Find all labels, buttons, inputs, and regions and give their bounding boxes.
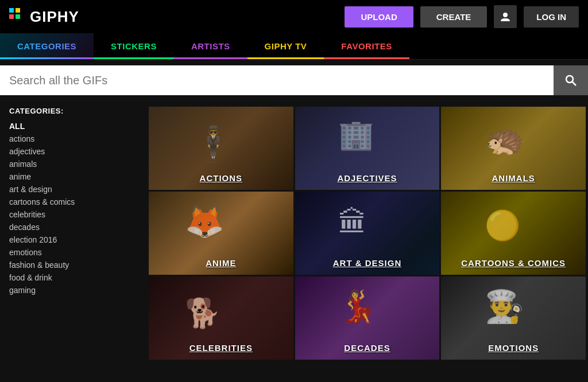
sidebar-item-election-2016[interactable]: election 2016 bbox=[9, 233, 137, 246]
tab-artists[interactable]: ARTISTS bbox=[174, 33, 247, 59]
grid-label-anime: ANIME bbox=[206, 258, 236, 268]
grid-item-decades[interactable]: DECADES bbox=[295, 276, 440, 360]
logo-icon bbox=[9, 8, 26, 25]
svg-point-5 bbox=[566, 76, 573, 83]
grid-item-emotions[interactable]: EMOTIONS bbox=[441, 276, 586, 360]
grid-item-celebrities[interactable]: CELEBRITIES bbox=[149, 276, 293, 360]
login-button[interactable]: LOG IN bbox=[524, 6, 579, 28]
logo-area: GIPHY bbox=[9, 8, 79, 26]
svg-rect-1 bbox=[16, 8, 20, 13]
grid-label-actions: ACTIONS bbox=[200, 173, 243, 183]
tab-stickers[interactable]: STICKERS bbox=[94, 33, 174, 59]
grid-item-anime[interactable]: ANIME bbox=[149, 192, 293, 275]
search-input[interactable] bbox=[0, 65, 554, 95]
grid-item-actions[interactable]: ACTIONS bbox=[149, 107, 293, 190]
svg-rect-2 bbox=[9, 14, 14, 19]
tab-favorites[interactable]: FAVORITES bbox=[324, 33, 409, 59]
sidebar-item-actions[interactable]: actions bbox=[9, 132, 137, 145]
tab-giphytv[interactable]: GIPHY TV bbox=[247, 33, 324, 59]
sidebar-item-decades[interactable]: decades bbox=[9, 221, 137, 233]
category-grid: ACTIONS ADJECTIVES ANIMALS ANIME ART & D… bbox=[146, 107, 588, 360]
sidebar-item-art-design[interactable]: art & design bbox=[9, 183, 137, 196]
search-icon bbox=[564, 74, 577, 87]
nav-tabs: CATEGORIES STICKERS ARTISTS GIPHY TV FAV… bbox=[0, 33, 588, 60]
grid-label-adjectives: ADJECTIVES bbox=[337, 173, 397, 183]
sidebar-title: CATEGORIES: bbox=[9, 107, 137, 115]
svg-rect-0 bbox=[9, 8, 14, 13]
logo-text: GIPHY bbox=[30, 8, 79, 26]
grid-item-adjectives[interactable]: ADJECTIVES bbox=[295, 107, 440, 190]
grid-label-art-design: ART & DESIGN bbox=[333, 258, 402, 268]
sidebar-item-anime[interactable]: anime bbox=[9, 170, 137, 183]
sidebar-item-cartoons-comics[interactable]: cartoons & comics bbox=[9, 196, 137, 208]
grid-label-cartoons-comics: CARTOONS & COMICS bbox=[461, 258, 566, 268]
svg-point-4 bbox=[503, 13, 508, 17]
grid-label-emotions: EMOTIONS bbox=[488, 343, 539, 353]
grid-item-art-design[interactable]: ART & DESIGN bbox=[295, 192, 440, 275]
sidebar-item-adjectives[interactable]: adjectives bbox=[9, 145, 137, 158]
svg-rect-3 bbox=[16, 14, 20, 19]
user-icon bbox=[500, 11, 511, 22]
sidebar-item-celebrities[interactable]: celebrities bbox=[9, 208, 137, 221]
sidebar-item-emotions[interactable]: emotions bbox=[9, 246, 137, 259]
search-bar bbox=[0, 65, 588, 95]
tab-categories[interactable]: CATEGORIES bbox=[0, 33, 94, 59]
sidebar: CATEGORIES: ALL actions adjectives anima… bbox=[0, 107, 146, 360]
grid-label-decades: DECADES bbox=[344, 343, 390, 353]
svg-line-6 bbox=[572, 82, 577, 86]
user-icon-button[interactable] bbox=[494, 5, 517, 28]
sidebar-item-all[interactable]: ALL bbox=[9, 120, 137, 132]
search-button[interactable] bbox=[554, 65, 588, 95]
grid-label-animals: ANIMALS bbox=[492, 173, 535, 183]
grid-item-cartoons-comics[interactable]: CARTOONS & COMICS bbox=[441, 192, 586, 275]
sidebar-item-animals[interactable]: animals bbox=[9, 158, 137, 170]
create-button[interactable]: CREATE bbox=[420, 6, 488, 28]
grid-label-celebrities: CELEBRITIES bbox=[189, 343, 253, 353]
main-content: CATEGORIES: ALL actions adjectives anima… bbox=[0, 101, 588, 365]
grid-item-animals[interactable]: ANIMALS bbox=[441, 107, 586, 190]
sidebar-item-fashion-beauty[interactable]: fashion & beauty bbox=[9, 259, 137, 271]
sidebar-item-gaming[interactable]: gaming bbox=[9, 284, 137, 297]
sidebar-item-food-drink[interactable]: food & drink bbox=[9, 271, 137, 284]
header: GIPHY UPLOAD CREATE LOG IN bbox=[0, 0, 588, 33]
upload-button[interactable]: UPLOAD bbox=[345, 6, 413, 28]
